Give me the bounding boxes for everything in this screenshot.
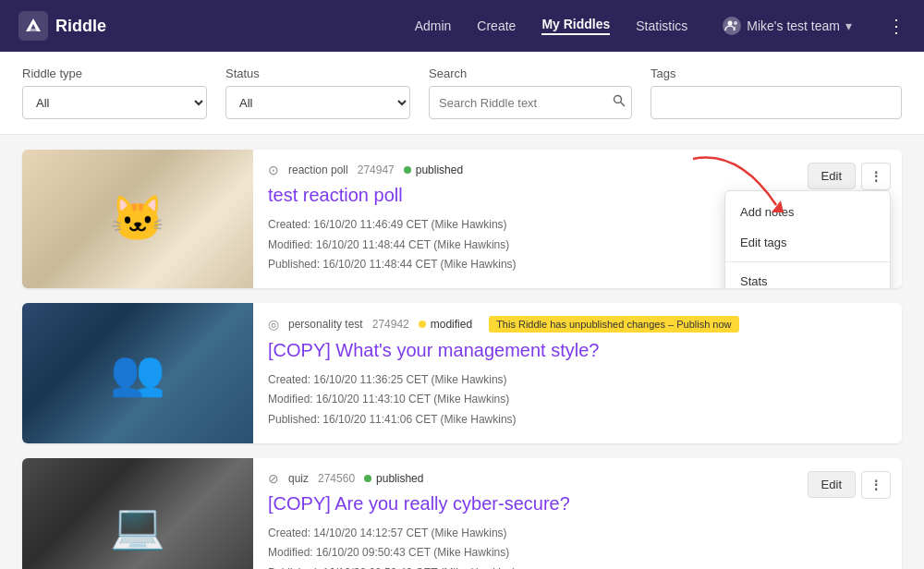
card-meta: ⊘ quiz 274560 published (268, 471, 782, 486)
riddles-content: ⊙ reaction poll 274947 published test re… (0, 135, 924, 569)
modified-date: Modified: 16/10/20 09:50:43 CET (Mike Ha… (268, 543, 782, 563)
tags-label: Tags (650, 67, 902, 80)
created-date: Created: 14/10/20 14:12:57 CET (Mike Haw… (268, 524, 782, 544)
card-dates: Created: 14/10/20 14:12:57 CET (Mike Haw… (268, 524, 782, 569)
svg-rect-0 (18, 11, 48, 41)
tags-filter: Tags (650, 67, 902, 119)
team-selector[interactable]: Mike's test team ▾ (723, 17, 852, 35)
riddle-type-label: Riddle type (22, 67, 207, 80)
dropdown-stats[interactable]: Stats (725, 266, 890, 288)
riddle-type: reaction poll (288, 163, 348, 176)
status-text: modified (431, 318, 472, 331)
created-date: Created: 16/10/20 11:46:49 CET (Mike Haw… (268, 215, 782, 236)
card-body: ⊘ quiz 274560 published [COPY] Are you r… (253, 458, 796, 569)
published-date: Published: 16/10/20 11:41:06 CET (Mike H… (268, 410, 865, 430)
dropdown-add-notes[interactable]: Add notes (725, 197, 890, 227)
card-actions (880, 303, 902, 443)
riddle-card: ⊙ reaction poll 274947 published test re… (22, 150, 902, 288)
published-date: Published: 16/10/20 11:48:44 CET (Mike H… (268, 255, 782, 275)
status-badge: published (364, 472, 423, 485)
status-filter: Status All (225, 67, 410, 119)
status-dot (404, 166, 411, 174)
status-badge: modified (419, 318, 472, 331)
more-options-icon[interactable]: ⋮ (887, 15, 906, 37)
logo-icon (18, 11, 48, 41)
svg-point-5 (614, 96, 622, 103)
logo-text: Riddle (55, 17, 106, 36)
created-date: Created: 16/10/20 11:36:25 CET (Mike Haw… (268, 370, 865, 391)
search-group: Search (429, 67, 632, 119)
nav-statistics[interactable]: Statistics (636, 18, 687, 33)
tags-input[interactable] (650, 86, 902, 119)
card-actions: Edit ⋮ Add notes Edit tags Stats Duplica… (796, 150, 902, 288)
card-thumbnail (22, 303, 253, 443)
search-button[interactable] (603, 94, 632, 111)
status-text: published (376, 472, 423, 485)
card-meta: ⊙ reaction poll 274947 published (268, 163, 782, 177)
status-select[interactable]: All (225, 86, 410, 119)
riddle-card: ⊘ quiz 274560 published [COPY] Are you r… (22, 458, 902, 569)
card-meta: ◎ personality test 274942 modified This … (268, 316, 865, 333)
riddle-card: ◎ personality test 274942 modified This … (22, 303, 902, 443)
more-button[interactable]: ⋮ (861, 163, 891, 190)
card-dates: Created: 16/10/20 11:46:49 CET (Mike Haw… (268, 215, 782, 275)
card-actions: Edit ⋮ (796, 458, 902, 569)
search-input-wrap (429, 86, 632, 119)
edit-button[interactable]: Edit (808, 471, 856, 498)
card-thumbnail (22, 150, 253, 288)
riddle-type: quiz (288, 472, 309, 485)
type-icon: ⊘ (268, 471, 279, 486)
svg-line-6 (621, 103, 626, 107)
card-dates: Created: 16/10/20 11:36:25 CET (Mike Haw… (268, 370, 865, 430)
published-date: Published: 16/10/20 09:50:43 CET (Mike H… (268, 563, 782, 569)
riddle-id: 274947 (358, 163, 395, 176)
status-dot (419, 321, 426, 328)
type-icon: ⊙ (268, 163, 279, 177)
riddle-type: personality test (288, 318, 363, 331)
main-nav: Admin Create My Riddles Statistics Mike'… (415, 15, 906, 37)
status-badge: published (404, 163, 463, 176)
search-icon (613, 94, 626, 107)
type-icon: ◎ (268, 317, 279, 332)
dropdown-divider (725, 261, 890, 262)
nav-my-riddles[interactable]: My Riddles (541, 17, 610, 35)
modified-date: Modified: 16/10/20 11:43:10 CET (Mike Ha… (268, 390, 865, 410)
status-label: Status (225, 67, 410, 80)
riddle-type-select[interactable]: All (22, 86, 207, 119)
status-text: published (416, 163, 463, 176)
team-chevron-icon: ▾ (845, 18, 852, 33)
more-button[interactable]: ⋮ (861, 471, 891, 499)
nav-create[interactable]: Create (477, 18, 516, 33)
riddle-id: 274942 (372, 318, 409, 331)
dropdown-edit-tags[interactable]: Edit tags (725, 227, 890, 258)
riddle-title[interactable]: test reaction poll (268, 185, 782, 206)
status-dot (364, 475, 371, 482)
search-input[interactable] (430, 96, 603, 110)
team-icon (723, 17, 741, 35)
riddle-id: 274560 (318, 472, 355, 485)
riddle-title[interactable]: [COPY] Are you really cyber-secure? (268, 493, 782, 515)
svg-rect-2 (29, 29, 38, 31)
unpublished-banner[interactable]: This Riddle has unpublished changes – Pu… (489, 316, 738, 333)
modified-date: Modified: 16/10/20 11:48:44 CET (Mike Ha… (268, 236, 782, 256)
team-name: Mike's test team (747, 18, 840, 33)
card-thumbnail (22, 458, 253, 569)
svg-point-3 (728, 21, 733, 26)
riddle-title[interactable]: [COPY] What's your management style? (268, 340, 865, 361)
logo[interactable]: Riddle (18, 11, 106, 41)
header: Riddle Admin Create My Riddles Statistic… (0, 0, 924, 52)
card-body: ⊙ reaction poll 274947 published test re… (253, 150, 796, 288)
riddle-type-filter: Riddle type All (22, 67, 207, 119)
filters-bar: Riddle type All Status All Search Tags (0, 52, 924, 135)
card-body: ◎ personality test 274942 modified This … (253, 303, 880, 443)
context-dropdown: Add notes Edit tags Stats Duplicate Tran… (724, 190, 891, 288)
search-label: Search (429, 67, 632, 80)
edit-button[interactable]: Edit (808, 163, 856, 189)
nav-admin[interactable]: Admin (415, 18, 452, 33)
svg-point-4 (734, 21, 737, 25)
